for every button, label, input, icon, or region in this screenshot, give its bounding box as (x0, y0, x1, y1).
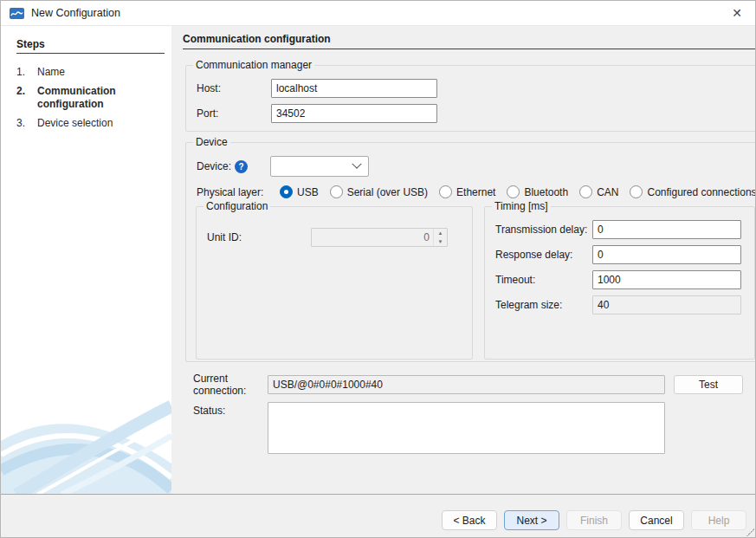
timing-group: Timing [ms] Transmission delay: Respon (484, 200, 755, 360)
unit-id-input[interactable] (312, 229, 433, 246)
radio-icon (280, 185, 293, 198)
timing-field-input[interactable] (592, 220, 741, 239)
physical-layer-option[interactable]: Bluetooth (507, 185, 568, 198)
close-icon[interactable]: ✕ (719, 1, 755, 25)
timing-field-label: Timeout: (495, 274, 592, 286)
physical-layer-option[interactable]: Ethernet (439, 185, 495, 198)
radio-icon (439, 185, 452, 198)
physical-layer-option[interactable]: Configured connections (630, 185, 756, 198)
communication-manager-legend: Communication manager (193, 59, 314, 71)
timing-field-label: Transmission delay: (495, 224, 592, 236)
physical-layer-option[interactable]: USB (280, 185, 319, 198)
next-button[interactable]: Next > (504, 510, 559, 530)
timing-fields: Transmission delay: Response delay: (492, 220, 747, 314)
timing-field-label: Response delay: (495, 249, 592, 261)
current-connection-field[interactable] (268, 375, 665, 394)
back-button[interactable]: < Back (442, 510, 497, 530)
radio-label: Ethernet (456, 186, 495, 198)
device-dropdown[interactable] (270, 156, 369, 177)
step-item: 2. Communication configuration (16, 85, 165, 111)
radio-label: Bluetooth (524, 186, 568, 198)
timing-row: Timeout: (495, 270, 747, 289)
unit-id-stepper[interactable]: ▲ ▼ (311, 228, 448, 247)
cancel-button[interactable]: Cancel (629, 510, 684, 530)
timing-row: Transmission delay: (495, 220, 747, 239)
page-title: Communication configuration (183, 33, 756, 49)
device-group: Device Device: ? Physical layer: (185, 136, 756, 362)
resize-grip[interactable] (746, 528, 754, 536)
configuration-group: Configuration Unit ID: ▲ ▼ (196, 200, 473, 360)
steps-list: 1. Name 2. Communication configuration 3… (16, 66, 165, 130)
physical-layer-option[interactable]: Serial (over USB) (330, 185, 428, 198)
port-label: Port: (197, 107, 271, 120)
radio-label: USB (297, 186, 319, 198)
step-number: 2. (16, 85, 37, 111)
spin-down-icon[interactable]: ▼ (434, 237, 447, 246)
physical-layer-options: USB Serial (over USB) Ethernet (280, 185, 756, 198)
timing-field-input[interactable] (592, 295, 741, 314)
help-icon[interactable]: ? (235, 160, 248, 173)
title-bar: New Configuration ✕ (1, 1, 755, 26)
step-label: Name (37, 66, 165, 79)
radio-label: CAN (597, 186, 618, 198)
step-number: 1. (16, 66, 37, 79)
host-input[interactable] (271, 79, 437, 98)
step-item: 3. Device selection (16, 117, 165, 130)
chevron-down-icon (352, 159, 361, 169)
test-button[interactable]: Test (674, 375, 743, 394)
steps-sidebar: Steps 1. Name 2. Communication configura… (1, 26, 171, 495)
timing-row: Response delay: (495, 245, 747, 264)
app-icon (10, 8, 24, 19)
dialog-window: New Configuration ✕ Steps 1. Name 2. Com… (0, 0, 756, 538)
step-label: Communication configuration (37, 85, 165, 111)
radio-icon (630, 185, 643, 198)
device-label: Device: (197, 160, 231, 172)
radio-label: Serial (over USB) (347, 186, 428, 198)
host-label: Host: (197, 82, 271, 94)
status-box[interactable] (268, 402, 665, 454)
radio-icon (579, 185, 592, 198)
decorative-swoosh-graphic (1, 380, 171, 495)
steps-heading: Steps (16, 38, 165, 54)
unit-id-label: Unit ID: (207, 231, 290, 243)
main-panel: Communication configuration Communicatio… (171, 26, 756, 495)
footer-bar: < Back Next > Finish Cancel Help (1, 494, 755, 537)
timing-field-input[interactable] (592, 245, 741, 264)
timing-row: Telegram size: (495, 295, 747, 314)
device-legend: Device (193, 136, 230, 148)
communication-manager-group: Communication manager Host: Port: (185, 59, 756, 132)
physical-layer-label: Physical layer: (197, 186, 280, 198)
timing-field-label: Telegram size: (495, 299, 592, 311)
window-title: New Configuration (31, 7, 120, 19)
radio-icon (507, 185, 520, 198)
spin-buttons[interactable]: ▲ ▼ (433, 229, 447, 246)
current-connection-label: Current connection: (193, 373, 268, 397)
timing-legend: Timing [ms] (492, 200, 551, 212)
radio-label: Configured connections (647, 186, 756, 198)
spin-up-icon[interactable]: ▲ (434, 229, 447, 237)
port-input[interactable] (271, 104, 437, 123)
configuration-legend: Configuration (204, 200, 270, 212)
timing-field-input[interactable] (592, 270, 741, 289)
step-item: 1. Name (16, 66, 165, 79)
finish-button[interactable]: Finish (566, 510, 622, 530)
help-button[interactable]: Help (691, 510, 746, 530)
footer-buttons: < Back Next > Finish Cancel Help (1, 495, 755, 530)
radio-icon (330, 185, 343, 198)
status-label: Status: (193, 405, 268, 417)
step-label: Device selection (37, 117, 165, 130)
step-number: 3. (16, 117, 37, 130)
physical-layer-option[interactable]: CAN (579, 185, 618, 198)
